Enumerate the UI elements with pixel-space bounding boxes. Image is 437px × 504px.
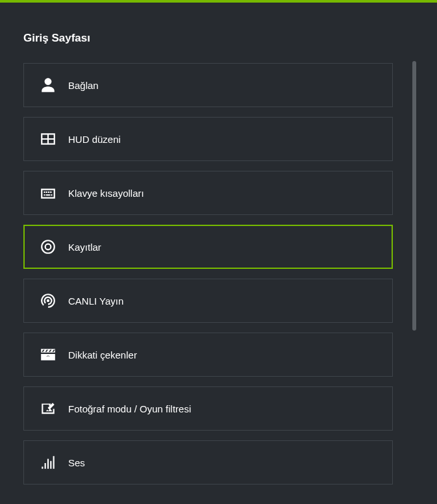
- menu-item-label: Ses: [68, 457, 85, 468]
- record-icon: [40, 238, 56, 255]
- menu-item-hud[interactable]: HUD düzeni: [23, 117, 393, 161]
- page-title: Giriş Sayfası: [23, 32, 414, 45]
- menu-item-broadcast[interactable]: CANLI Yayın: [23, 279, 393, 323]
- menu-item-label: HUD düzeni: [68, 134, 121, 145]
- settings-container: Giriş Sayfası Bağlan HUD düzeni Klavye k…: [0, 3, 437, 504]
- equalizer-icon: [40, 454, 56, 471]
- menu-item-label: Dikkati çekenler: [68, 349, 137, 360]
- layout-icon: [40, 131, 56, 147]
- clapboard-icon: [40, 346, 56, 363]
- menu-item-label: Kayıtlar: [68, 242, 101, 253]
- broadcast-icon: [40, 292, 56, 309]
- keyboard-icon: [40, 184, 56, 201]
- menu-item-highlights[interactable]: Dikkati çekenler: [23, 333, 393, 377]
- menu-item-photo[interactable]: Fotoğraf modu / Oyun filtresi: [23, 386, 393, 431]
- menu-item-records[interactable]: Kayıtlar: [23, 225, 393, 269]
- menu-item-label: Fotoğraf modu / Oyun filtresi: [68, 403, 191, 414]
- menu-item-label: Bağlan: [68, 80, 99, 91]
- photo-edit-icon: [40, 400, 56, 417]
- menu-item-label: Klavye kısayolları: [68, 188, 144, 199]
- menu-item-connect[interactable]: Bağlan: [23, 63, 393, 107]
- scrollbar[interactable]: [412, 61, 416, 331]
- user-icon: [40, 77, 56, 94]
- menu-item-keyboard[interactable]: Klavye kısayolları: [23, 171, 393, 215]
- menu-item-audio[interactable]: Ses: [23, 440, 393, 485]
- menu-item-label: CANLI Yayın: [68, 296, 123, 307]
- menu-list: Bağlan HUD düzeni Klavye kısayolları Kay…: [23, 63, 414, 485]
